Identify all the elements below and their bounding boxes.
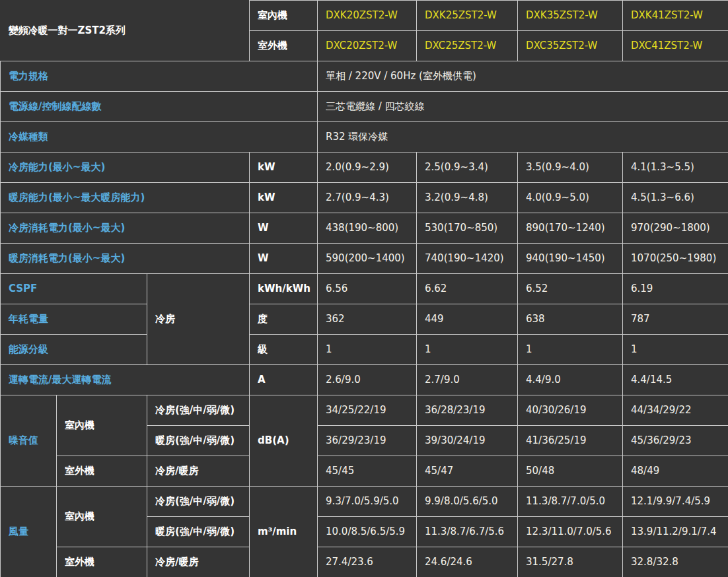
noise-unit: dB(A) (250, 395, 318, 487)
cooling-capacity-label: 冷房能力(最小~最大) (1, 153, 250, 183)
row-airflow-outdoor: 室外機 冷房/暖房 27.4/23.6 24.6/24.6 31.5/27.8 … (1, 547, 728, 577)
airflow-heating-value-3: 12.3/11.0/7.0/5.6 (518, 517, 623, 547)
heating-capacity-label: 暖房能力(最小~最大暖房能力) (1, 183, 250, 213)
airflow-outdoor-value-3: 31.5/27.8 (518, 547, 623, 577)
row-cooling-power: 冷房消耗電力(最小~最大) W 438(190~800) 530(170~850… (1, 213, 728, 244)
row-refrigerant: 冷媒種類 R32 環保冷媒 (1, 122, 728, 153)
row-wiring: 電源線/控制線配線數 三芯電纜線 / 四芯絞線 (1, 92, 728, 122)
row-heating-power: 暖房消耗電力(最小~最大) W 590(200~1400) 740(190~14… (1, 244, 728, 274)
noise-outdoor-value-2: 45/47 (417, 456, 518, 487)
row-noise-outdoor: 室外機 冷房/暖房 45/45 45/47 50/48 48/49 (1, 456, 728, 487)
noise-cooling-mode-label: 冷房(強/中/弱/微) (147, 395, 250, 426)
cooling-capacity-value-2: 2.5(0.9~3.4) (417, 153, 518, 183)
running-current-unit: A (250, 365, 318, 395)
cspf-label: CSPF (1, 274, 147, 304)
airflow-heating-value-4: 13.9/11.2/9.1/7.4 (623, 517, 728, 547)
refrigerant-value: R32 環保冷媒 (318, 122, 728, 153)
cooling-capacity-value-3: 3.5(0.9~4.0) (518, 153, 623, 183)
noise-indoor-label: 室內機 (57, 395, 147, 456)
indoor-model-1: DXK20ZST2-W (318, 1, 417, 31)
heating-power-value-4: 1070(250~1980) (623, 244, 728, 274)
cooling-power-value-2: 530(170~850) (417, 213, 518, 244)
airflow-heating-value-2: 11.3/8.7/6.7/5.6 (417, 517, 518, 547)
row-airflow-indoor-cooling: 風量 室內機 冷房(強/中/弱/微) m³/min 9.3/7.0/5.9/5.… (1, 487, 728, 517)
noise-outdoor-value-4: 48/49 (623, 456, 728, 487)
cooling-capacity-value-4: 4.1(1.3~5.5) (623, 153, 728, 183)
header-row-indoor: 變頻冷暖一對一ZST2系列 室內機 DXK20ZST2-W DXK25ZST2-… (1, 1, 728, 31)
wiring-value: 三芯電纜線 / 四芯絞線 (318, 92, 728, 122)
spec-table: 變頻冷暖一對一ZST2系列 室內機 DXK20ZST2-W DXK25ZST2-… (0, 0, 728, 577)
wiring-label: 電源線/控制線配線數 (1, 92, 318, 122)
noise-cooling-value-4: 44/34/29/22 (623, 395, 728, 426)
outdoor-model-4: DXC41ZST2-W (623, 31, 728, 61)
cooling-power-label: 冷房消耗電力(最小~最大) (1, 213, 250, 244)
series-title: 變頻冷暖一對一ZST2系列 (1, 1, 250, 61)
cooling-capacity-value-1: 2.0(0.9~2.9) (318, 153, 417, 183)
heating-power-value-3: 940(190~1450) (518, 244, 623, 274)
running-current-value-4: 4.4/14.5 (623, 365, 728, 395)
cspf-value-4: 6.19 (623, 274, 728, 304)
annual-consumption-value-1: 362 (318, 304, 417, 335)
noise-outdoor-value-3: 50/48 (518, 456, 623, 487)
running-current-value-3: 4.4/9.0 (518, 365, 623, 395)
outdoor-model-3: DXC35ZST2-W (518, 31, 623, 61)
running-current-value-1: 2.6/9.0 (318, 365, 417, 395)
row-noise-indoor-cooling: 噪音值 室內機 冷房(強/中/弱/微) dB(A) 34/25/22/19 36… (1, 395, 728, 426)
heating-capacity-value-1: 2.7(0.9~4.3) (318, 183, 417, 213)
cooling-power-unit: W (250, 213, 318, 244)
indoor-model-4: DXK41ZST2-W (623, 1, 728, 31)
indoor-unit-header: 室內機 (250, 1, 318, 31)
cooling-power-value-4: 970(290~1800) (623, 213, 728, 244)
cooling-capacity-unit: kW (250, 153, 318, 183)
energy-grade-value-2: 1 (417, 335, 518, 365)
annual-consumption-value-3: 638 (518, 304, 623, 335)
cspf-mode-label: 冷房 (147, 274, 250, 365)
row-heating-capacity: 暖房能力(最小~最大暖房能力) kW 2.7(0.9~4.3) 3.2(0.9~… (1, 183, 728, 213)
airflow-heating-value-1: 10.0/8.5/6.5/5.9 (318, 517, 417, 547)
energy-grade-value-3: 1 (518, 335, 623, 365)
refrigerant-label: 冷媒種類 (1, 122, 318, 153)
row-power-spec: 電力規格 單相 / 220V / 60Hz (室外機供電) (1, 61, 728, 92)
noise-outdoor-label: 室外機 (57, 456, 147, 487)
airflow-cooling-mode-label: 冷房(強/中/弱/微) (147, 487, 250, 517)
energy-grade-label: 能源分級 (1, 335, 147, 365)
heating-capacity-value-4: 4.5(1.3~6.6) (623, 183, 728, 213)
row-annual-consumption: 年耗電量 度 362 449 638 787 (1, 304, 728, 335)
row-cspf: CSPF 冷房 kWh/kWh 6.56 6.62 6.52 6.19 (1, 274, 728, 304)
noise-cooling-value-1: 34/25/22/19 (318, 395, 417, 426)
power-spec-label: 電力規格 (1, 61, 318, 92)
outdoor-model-1: DXC20ZST2-W (318, 31, 417, 61)
running-current-value-2: 2.7/9.0 (417, 365, 518, 395)
airflow-indoor-label: 室內機 (57, 487, 147, 547)
noise-cooling-value-3: 40/30/26/19 (518, 395, 623, 426)
row-energy-grade: 能源分級 級 1 1 1 1 (1, 335, 728, 365)
cspf-value-3: 6.52 (518, 274, 623, 304)
cspf-unit: kWh/kWh (250, 274, 318, 304)
annual-consumption-value-4: 787 (623, 304, 728, 335)
airflow-outdoor-label: 室外機 (57, 547, 147, 577)
airflow-unit: m³/min (250, 487, 318, 577)
noise-heating-value-1: 36/29/23/19 (318, 426, 417, 456)
noise-outdoor-mode-label: 冷房/暖房 (147, 456, 250, 487)
noise-outdoor-value-1: 45/45 (318, 456, 417, 487)
noise-section-label: 噪音值 (1, 395, 57, 487)
noise-heating-value-3: 41/36/25/19 (518, 426, 623, 456)
energy-grade-value-4: 1 (623, 335, 728, 365)
energy-grade-value-1: 1 (318, 335, 417, 365)
heating-power-value-2: 740(190~1420) (417, 244, 518, 274)
annual-consumption-unit: 度 (250, 304, 318, 335)
running-current-label: 運轉電流/最大運轉電流 (1, 365, 250, 395)
power-spec-value: 單相 / 220V / 60Hz (室外機供電) (318, 61, 728, 92)
airflow-cooling-value-3: 11.3/8.7/7.0/5.0 (518, 487, 623, 517)
heating-power-value-1: 590(200~1400) (318, 244, 417, 274)
energy-grade-unit: 級 (250, 335, 318, 365)
row-running-current: 運轉電流/最大運轉電流 A 2.6/9.0 2.7/9.0 4.4/9.0 4.… (1, 365, 728, 395)
airflow-heating-mode-label: 暖房(強/中/弱/微) (147, 517, 250, 547)
airflow-cooling-value-4: 12.1/9.9/7.4/5.9 (623, 487, 728, 517)
heating-capacity-unit: kW (250, 183, 318, 213)
annual-consumption-label: 年耗電量 (1, 304, 147, 335)
row-cooling-capacity: 冷房能力(最小~最大) kW 2.0(0.9~2.9) 2.5(0.9~3.4)… (1, 153, 728, 183)
airflow-cooling-value-2: 9.9/8.0/5.6/5.0 (417, 487, 518, 517)
cooling-power-value-3: 890(170~1240) (518, 213, 623, 244)
heating-capacity-value-3: 4.0(0.9~5.0) (518, 183, 623, 213)
